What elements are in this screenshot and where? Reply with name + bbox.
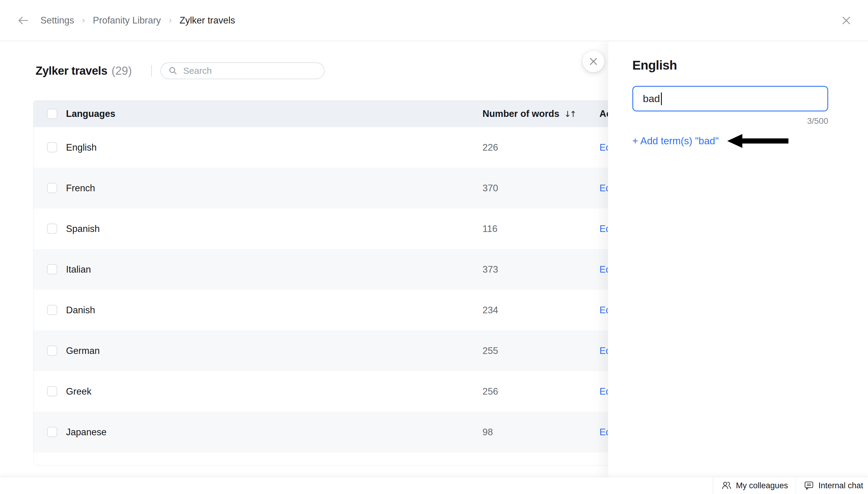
panel-close-button[interactable] xyxy=(583,51,604,72)
word-count: 256 xyxy=(482,386,498,397)
language-name: Danish xyxy=(66,305,95,316)
sort-icon[interactable]: ↓↑ xyxy=(564,109,575,119)
column-header-languages: Languages xyxy=(66,109,115,119)
table-row-italian[interactable]: Italian 373 Edit xyxy=(34,249,694,290)
language-name: Greek xyxy=(66,386,91,397)
row-checkbox[interactable] xyxy=(47,264,57,274)
word-count: 370 xyxy=(482,183,498,194)
breadcrumb-separator-icon: › xyxy=(82,15,85,25)
language-name: Japanese xyxy=(66,427,106,438)
row-checkbox[interactable] xyxy=(47,386,57,396)
table-row-greek[interactable]: Greek 256 Edit xyxy=(34,371,694,412)
row-checkbox[interactable] xyxy=(47,183,57,193)
breadcrumb-profanity-library[interactable]: Profanity Library xyxy=(93,15,161,26)
main-content: Zylker travels (29) Languages Number of xyxy=(0,41,868,477)
search-icon xyxy=(168,66,178,76)
table-header-row: Languages Number of words ↓↑ Actions xyxy=(34,101,694,127)
back-button[interactable] xyxy=(17,14,30,27)
title-row: Zylker travels (29) xyxy=(36,62,325,80)
breadcrumb-current-page: Zylker travels xyxy=(180,15,235,26)
table-row-french[interactable]: French 370 Edit xyxy=(34,168,694,208)
internal-chat-label: Internal chat xyxy=(818,481,863,490)
page-root: Settings › Profanity Library › Zylker tr… xyxy=(0,0,868,494)
table-row-spanish[interactable]: Spanish 116 Edit xyxy=(34,208,694,249)
footer-bar: My colleagues Internal chat xyxy=(0,477,868,494)
term-input-value: bad xyxy=(643,93,660,104)
add-terms-panel: English bad 3/500 + Add term(s) "bad" xyxy=(608,41,868,477)
row-checkbox[interactable] xyxy=(47,345,57,356)
row-checkbox[interactable] xyxy=(47,224,57,234)
row-checkbox[interactable] xyxy=(47,142,57,152)
search-input[interactable] xyxy=(183,66,317,76)
row-checkbox[interactable] xyxy=(47,305,57,315)
breadcrumb: Settings › Profanity Library › Zylker tr… xyxy=(40,15,235,26)
word-count: 373 xyxy=(482,264,498,275)
text-caret xyxy=(661,93,662,105)
word-count: 98 xyxy=(482,427,493,438)
languages-table: Languages Number of words ↓↑ Actions Eng… xyxy=(33,100,694,466)
language-name: German xyxy=(66,345,100,356)
add-term-row: + Add term(s) "bad" xyxy=(632,134,828,148)
breadcrumb-separator-icon: › xyxy=(169,15,172,25)
word-count: 234 xyxy=(482,305,498,316)
word-count: 255 xyxy=(482,345,498,356)
page-title: Zylker travels xyxy=(36,64,107,77)
add-terms-link[interactable]: + Add term(s) "bad" xyxy=(632,135,719,147)
search-box[interactable] xyxy=(160,62,325,79)
language-name: English xyxy=(66,142,97,153)
table-row-japanese[interactable]: Japanese 98 Edit xyxy=(34,412,694,452)
language-name: Spanish xyxy=(66,224,100,234)
table-bottom-strip xyxy=(34,452,694,465)
chat-icon xyxy=(804,481,814,490)
term-input[interactable]: bad xyxy=(632,86,828,111)
select-all-checkbox[interactable] xyxy=(47,109,57,119)
annotation-arrow-icon xyxy=(727,134,789,148)
table-row-danish[interactable]: Danish 234 Edit xyxy=(34,290,694,330)
back-arrow-icon xyxy=(17,16,30,25)
my-colleagues-label: My colleagues xyxy=(736,481,788,490)
colleagues-icon xyxy=(721,481,732,490)
character-counter: 3/500 xyxy=(632,116,828,126)
page-close-button[interactable] xyxy=(839,13,853,28)
top-bar: Settings › Profanity Library › Zylker tr… xyxy=(0,0,868,41)
word-count: 116 xyxy=(482,224,497,234)
language-name: Italian xyxy=(66,264,91,275)
my-colleagues-button[interactable]: My colleagues xyxy=(713,477,796,494)
table-row-english[interactable]: English 226 Edit xyxy=(34,127,694,168)
table-row-german[interactable]: German 255 Edit xyxy=(34,330,694,371)
page-title-count: (29) xyxy=(112,64,132,77)
close-icon xyxy=(842,16,851,25)
title-divider xyxy=(151,65,152,77)
column-header-number-of-words: Number of words ↓↑ xyxy=(482,109,575,119)
row-checkbox[interactable] xyxy=(47,427,57,437)
internal-chat-button[interactable]: Internal chat xyxy=(796,477,868,494)
language-name: French xyxy=(66,183,95,194)
panel-title: English xyxy=(632,58,828,73)
breadcrumb-settings[interactable]: Settings xyxy=(40,15,74,26)
word-count: 226 xyxy=(482,142,498,153)
close-icon xyxy=(589,57,598,66)
